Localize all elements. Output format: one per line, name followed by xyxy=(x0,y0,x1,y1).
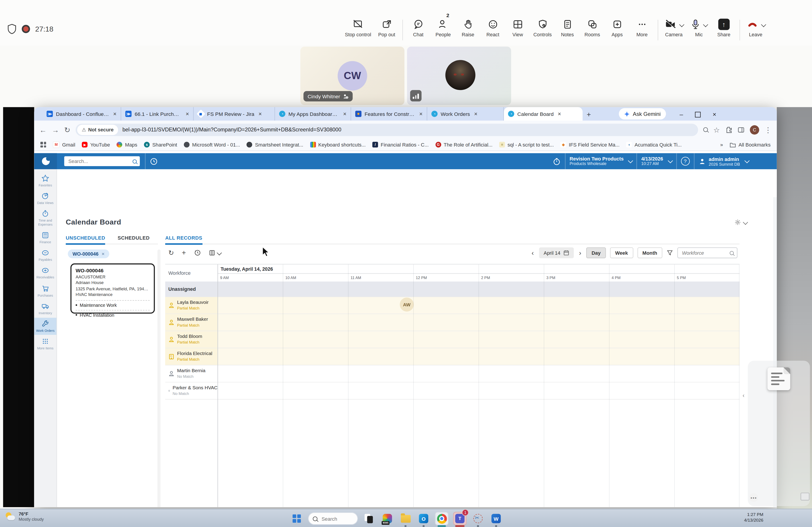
bookmark-smartsheet[interactable]: Smartsheet Integrat... xyxy=(247,142,303,147)
share-button[interactable]: ↑ Share xyxy=(711,19,736,37)
bookmarks-overflow-chevrons[interactable]: » xyxy=(720,142,723,147)
bookmark-keyboard-shortcuts[interactable]: Keyboard shortcuts... xyxy=(310,142,366,147)
raise-hand-button[interactable]: Raise xyxy=(455,19,480,37)
work-order-card[interactable]: WO-000046 AACUSTOMER Adriaan House 1325 … xyxy=(70,264,155,314)
people-button[interactable]: 2 People xyxy=(431,19,455,37)
sidebar-item-favorites[interactable]: Favorites xyxy=(34,172,57,190)
sidebar-item-purchases[interactable]: Purchases xyxy=(34,283,57,300)
stop-control-button[interactable]: Stop control xyxy=(342,19,374,37)
m365-copilot-button[interactable]: M365 xyxy=(381,512,394,525)
reload-button[interactable]: ↻ xyxy=(64,125,70,134)
tab-features-for-construction[interactable]: Features for Construction | × xyxy=(351,107,427,121)
leave-chevron-icon[interactable] xyxy=(761,22,766,27)
leave-button[interactable]: Leave xyxy=(743,19,768,37)
word-button[interactable]: W xyxy=(490,512,503,525)
mic-chevron-icon[interactable] xyxy=(703,22,708,27)
ask-gemini-button[interactable]: Ask Gemini xyxy=(619,108,666,120)
business-date-button[interactable] xyxy=(145,153,162,169)
bookmark-maps[interactable]: Maps xyxy=(117,142,137,147)
calendar-row-florida-electrical[interactable]: Florida ElectricalPartial Match xyxy=(165,348,739,365)
user-chevron-icon[interactable] xyxy=(744,158,750,163)
side-panel-icon[interactable] xyxy=(737,126,744,133)
chrome-button[interactable] xyxy=(435,512,449,525)
extensions-puzzle-icon[interactable] xyxy=(725,126,732,133)
sidebar-item-work-orders[interactable]: Work Orders xyxy=(34,318,57,335)
panel-scrollbar[interactable] xyxy=(157,250,161,507)
not-secure-chip[interactable]: ⚠ Not secure xyxy=(77,124,118,135)
back-button[interactable]: ← xyxy=(39,125,46,134)
teams-button[interactable]: T1 xyxy=(453,512,467,525)
camera-chevron-icon[interactable] xyxy=(679,22,684,27)
date-chevron-icon[interactable] xyxy=(668,158,673,163)
bookmark-sharepoint[interactable]: sSharePoint xyxy=(144,142,177,147)
taskbar-search-input[interactable] xyxy=(320,515,353,522)
menu-kebab-icon[interactable]: ⋮ xyxy=(765,125,772,134)
bookmark-star-icon[interactable]: ☆ xyxy=(713,125,720,134)
profile-avatar[interactable]: C xyxy=(750,125,759,134)
tab-dashboard-confluence[interactable]: ≫ Dashboard - Confluence × xyxy=(42,107,121,121)
tab-close-icon[interactable]: × xyxy=(259,111,262,117)
date-nav-button[interactable]: April 14 xyxy=(539,247,574,258)
tab-close-icon[interactable]: × xyxy=(474,111,478,117)
bookmark-word[interactable]: Microsoft Word - 01... xyxy=(184,142,240,147)
file-explorer-button[interactable] xyxy=(399,512,412,525)
more-button[interactable]: More xyxy=(629,19,654,37)
global-search-input[interactable] xyxy=(67,158,130,165)
task-view-button[interactable] xyxy=(362,512,376,525)
tab-fs-pm-review-jira[interactable]: ◆ FS PM Review - Jira × xyxy=(194,107,275,121)
more-options-button[interactable]: ••• xyxy=(749,493,758,502)
tab-calendar-board-active[interactable]: ◔ Calendar Board × xyxy=(504,107,583,121)
notes-document-icon[interactable] xyxy=(768,367,791,390)
bookmark-role-of-artificial[interactable]: GThe Role of Artificial... xyxy=(435,142,492,147)
business-date-selector[interactable]: 4/13/2026 10:27 AM xyxy=(637,153,667,169)
acumatica-logo[interactable] xyxy=(34,153,57,169)
tab-unscheduled[interactable]: UNSCHEDULED xyxy=(66,235,105,245)
sidebar-item-inventory[interactable]: Inventory xyxy=(34,300,57,317)
taskbar-weather-widget[interactable]: 76°F Mostly cloudy xyxy=(5,511,44,522)
filter-funnel-icon[interactable] xyxy=(667,250,673,256)
prev-day-button[interactable]: ‹ xyxy=(531,249,535,257)
view-button[interactable]: View xyxy=(505,19,530,37)
tab-my-apps-dashboard[interactable]: ◔ My Apps Dashboard | Acu × xyxy=(275,107,351,121)
desktop-corner-icon[interactable] xyxy=(800,493,809,500)
calendar-row-maxwell-baker[interactable]: Maxwell BakerPartial Match xyxy=(165,314,739,331)
react-button[interactable]: React xyxy=(480,19,505,37)
sidebar-item-payables[interactable]: Payables xyxy=(34,247,57,264)
chat-button[interactable]: Chat xyxy=(406,19,431,37)
user-menu[interactable]: admin admin 2026 Summit DB xyxy=(694,153,744,169)
sidebar-item-time-and-expenses[interactable]: Time and Expenses xyxy=(34,208,57,229)
minimize-button[interactable]: – xyxy=(673,108,690,121)
refresh-button[interactable]: ↻ xyxy=(168,249,174,256)
snipping-tool-button[interactable] xyxy=(471,512,485,525)
sidebar-item-more-items[interactable]: More Items xyxy=(34,336,57,353)
tab-close-icon[interactable]: × xyxy=(419,111,423,117)
bookmark-financial-ratios[interactable]: /Financial Ratios - C... xyxy=(372,142,429,147)
history-clock-icon[interactable] xyxy=(194,249,201,256)
taskbar-search[interactable] xyxy=(308,512,358,525)
sidebar-item-data-views[interactable]: Data Views xyxy=(34,190,57,207)
bookmark-acumatica-quick-tips[interactable]: ◖Acumatica Quick Ti... xyxy=(626,142,682,147)
tab-close-icon[interactable]: × xyxy=(186,111,189,117)
board-settings[interactable] xyxy=(735,219,747,226)
event-chip-aw[interactable]: AW xyxy=(400,298,414,312)
maximize-button[interactable] xyxy=(690,108,706,121)
rooms-button[interactable]: Rooms xyxy=(580,19,605,37)
view-day-button[interactable]: Day xyxy=(586,247,606,258)
close-window-button[interactable]: × xyxy=(706,108,723,121)
bookmark-gmail[interactable]: MGmail xyxy=(53,141,75,148)
next-day-button[interactable]: › xyxy=(578,249,582,257)
tab-all-records[interactable]: ALL RECORDS xyxy=(165,235,202,245)
workforce-search-input[interactable] xyxy=(681,250,728,256)
apps-grid-icon[interactable] xyxy=(40,142,46,147)
calendar-row-martin-bernia[interactable]: Martin BerniaNo Match xyxy=(165,365,739,382)
calendar-row-todd-bloom[interactable]: Todd BloomPartial Match xyxy=(165,331,739,348)
sidebar-item-finance[interactable]: Finance xyxy=(34,229,57,246)
participant-tile-dog[interactable] xyxy=(407,47,511,105)
add-button[interactable]: + xyxy=(182,249,186,257)
stopwatch-button[interactable] xyxy=(548,153,565,169)
notes-button[interactable]: Notes xyxy=(555,19,580,37)
tab-scheduled[interactable]: SCHEDULED xyxy=(117,235,149,244)
address-bar[interactable]: ⚠ Not secure bel-app-l3-011/SVDEMO/(W(1)… xyxy=(75,123,698,136)
apps-button[interactable]: Apps xyxy=(605,19,629,37)
tenant-selector[interactable]: Revision Two Products Products Wholesale xyxy=(565,153,628,169)
